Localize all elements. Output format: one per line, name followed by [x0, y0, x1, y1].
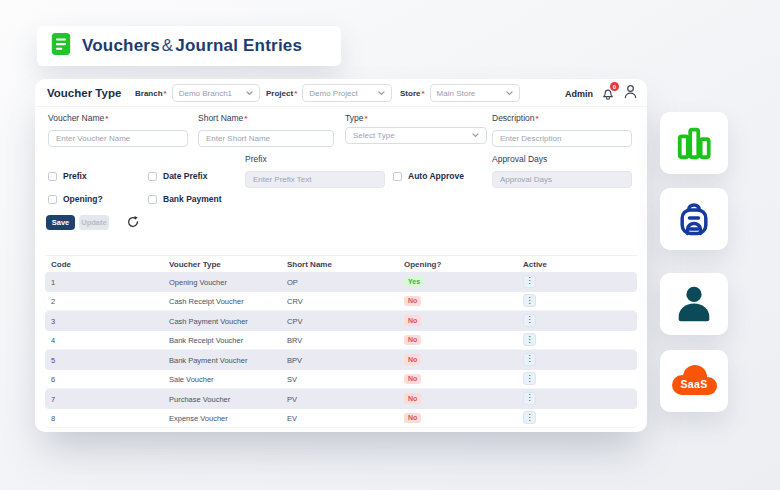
chevron-down-icon [378, 91, 385, 96]
update-button[interactable]: Update [79, 215, 109, 230]
project-select-value: Demo Project [309, 89, 357, 98]
type-select-value: Select Type [353, 131, 395, 140]
voucher-type-table: Code Voucher Type Short Name Opening? Ac… [45, 255, 637, 428]
type-field: Type* Select Type [345, 113, 487, 144]
branch-label: Branch* [135, 89, 167, 98]
opening-badge: No [404, 413, 421, 424]
refresh-icon [126, 215, 140, 229]
table-row: 1 Opening Voucher OP Yes ⋮ [45, 272, 637, 292]
notification-badge: 0 [610, 82, 619, 91]
store-filter: Store* Main Store [400, 84, 520, 102]
row-actions-button[interactable]: ⋮ [523, 392, 536, 405]
voucher-type-panel: Voucher Type Branch* Demo Branch1 Projec… [35, 79, 647, 432]
table-row: 8 Expense Voucher EV No ⋮ [45, 409, 637, 429]
checkbox-icon [148, 195, 157, 204]
bar-chart-icon [675, 124, 713, 162]
row-actions-button[interactable]: ⋮ [523, 294, 536, 307]
opening-badge: No [404, 374, 421, 385]
notifications-button[interactable]: 0 [601, 86, 615, 101]
type-label: Type* [345, 113, 487, 123]
opening-badge: No [404, 354, 421, 365]
approval-days-label: Approval Days [492, 154, 632, 164]
short-name-input[interactable] [198, 130, 334, 147]
auto-approve-checkbox[interactable]: Auto Approve [393, 171, 464, 181]
table-row: 7 Purchase Voucher PV No ⋮ [45, 389, 637, 409]
prefix-text-label: Prefix [245, 154, 385, 164]
table-row: 2 Cash Receipt Voucher CRV No ⋮ [45, 292, 637, 312]
table-row: 3 Cash Payment Voucher CPV No ⋮ [45, 311, 637, 331]
checkbox-icon [393, 172, 402, 181]
short-name-label: Short Name* [198, 113, 334, 123]
checkbox-icon [148, 172, 157, 181]
checkbox-icon [48, 195, 57, 204]
branch-filter: Branch* Demo Branch1 [135, 84, 260, 102]
description-label: Description* [492, 113, 632, 123]
user-icon [623, 84, 638, 99]
table-row: 4 Bank Receipt Voucher BRV No ⋮ [45, 331, 637, 351]
description-field: Description* [492, 113, 632, 147]
side-card-backpack[interactable] [660, 188, 728, 250]
admin-label: Admin [565, 89, 593, 99]
refresh-button[interactable] [125, 215, 140, 230]
side-card-reports[interactable] [660, 112, 728, 174]
bank-payment-checkbox[interactable]: Bank Payment [148, 194, 222, 204]
opening-badge: No [404, 296, 421, 307]
table-row: 6 Sale Voucher SV No ⋮ [45, 370, 637, 390]
table-header: Code Voucher Type Short Name Opening? Ac… [45, 255, 637, 272]
voucher-name-field: Voucher Name* [48, 113, 188, 147]
approval-days-input [492, 171, 632, 188]
row-actions-button[interactable]: ⋮ [523, 333, 536, 346]
approval-days-field: Approval Days [492, 154, 632, 188]
table-row: 5 Bank Payment Voucher BPV No ⋮ [45, 350, 637, 370]
type-select[interactable]: Select Type [345, 127, 487, 144]
opening-badge: No [404, 393, 421, 404]
voucher-name-label: Voucher Name* [48, 113, 188, 123]
project-filter: Project* Demo Project [266, 84, 392, 102]
project-select[interactable]: Demo Project [302, 84, 392, 102]
prefix-text-input [245, 171, 385, 188]
row-actions-button[interactable]: ⋮ [523, 372, 536, 385]
backpack-icon [674, 199, 714, 239]
chevron-down-icon [506, 91, 513, 96]
date-prefix-checkbox[interactable]: Date Prefix [148, 171, 207, 181]
row-actions-button[interactable]: ⋮ [523, 353, 536, 366]
row-actions-button[interactable]: ⋮ [523, 411, 536, 424]
page-header: Vouchers&Journal Entries [37, 26, 341, 66]
prefix-checkbox[interactable]: Prefix [48, 171, 87, 181]
store-select[interactable]: Main Store [430, 84, 520, 102]
side-card-user[interactable] [660, 273, 728, 335]
project-label: Project* [266, 89, 297, 98]
store-select-value: Main Store [437, 89, 476, 98]
opening-checkbox[interactable]: Opening? [48, 194, 103, 204]
opening-badge: Yes [404, 276, 424, 287]
admin-cluster: Admin 0 [565, 84, 638, 103]
prefix-text-field: Prefix [245, 154, 385, 188]
row-actions-button[interactable]: ⋮ [523, 314, 536, 327]
branch-select[interactable]: Demo Branch1 [172, 84, 260, 102]
panel-title: Voucher Type [47, 87, 121, 99]
row-actions-button[interactable]: ⋮ [523, 275, 536, 288]
checkbox-icon [48, 172, 57, 181]
voucher-name-input[interactable] [48, 130, 188, 147]
saas-label: SaaS [668, 378, 720, 390]
store-label: Store* [400, 89, 425, 98]
description-input[interactable] [492, 130, 632, 147]
panel-topbar: Voucher Type Branch* Demo Branch1 Projec… [35, 79, 647, 107]
side-card-saas[interactable]: SaaS [660, 350, 728, 412]
opening-badge: No [404, 335, 421, 346]
chevron-down-icon [472, 133, 479, 138]
opening-badge: No [404, 315, 421, 326]
document-icon [50, 31, 72, 61]
save-button[interactable]: Save [46, 215, 75, 230]
short-name-field: Short Name* [198, 113, 334, 147]
branch-select-value: Demo Branch1 [179, 89, 232, 98]
chevron-down-icon [246, 91, 253, 96]
profile-button[interactable] [623, 84, 638, 103]
page-title: Vouchers&Journal Entries [82, 36, 302, 56]
person-icon [673, 283, 715, 325]
